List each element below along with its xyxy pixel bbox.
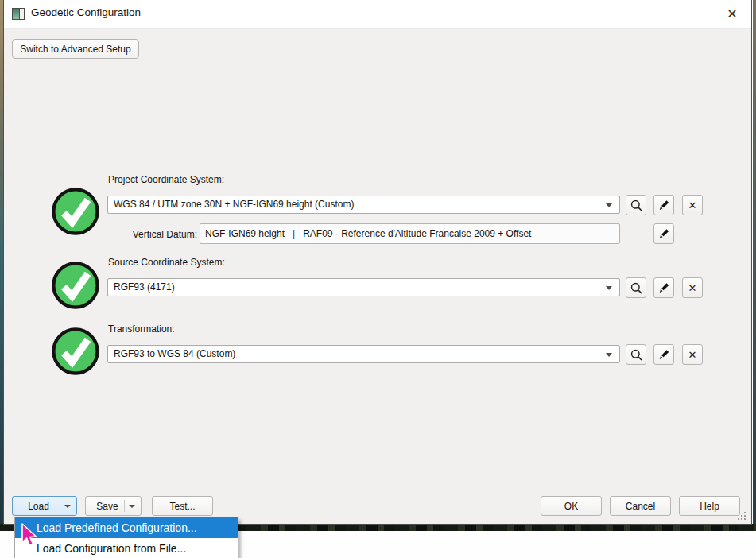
pen-icon — [657, 227, 671, 241]
titlebar[interactable]: Geodetic Configuration ✕ — [4, 0, 751, 29]
vertical-datum-field: NGF-IGN69 height|RAF09 - Reference d'Alt… — [200, 223, 620, 244]
vertical-datum-primary: NGF-IGN69 height — [205, 228, 285, 239]
load-button[interactable]: Load — [12, 496, 77, 516]
chevron-down-icon — [606, 286, 612, 290]
pen-icon — [657, 281, 671, 295]
mouse-cursor-icon — [21, 523, 40, 548]
transformation-search-button[interactable] — [626, 344, 646, 365]
menu-item-load-configuration-from-file[interactable]: Load Configuration from File... — [15, 538, 238, 558]
project-crs-label: Project Coordinate System: — [108, 174, 224, 185]
search-icon — [630, 281, 643, 295]
source-crs-status-valid-icon — [51, 261, 100, 310]
transformation-combobox[interactable]: RGF93 to WGS 84 (Custom) — [107, 345, 620, 363]
project-crs-combobox[interactable]: WGS 84 / UTM zone 30N + NGF-IGN69 height… — [107, 196, 620, 214]
transformation-clear-button[interactable]: ✕ — [682, 344, 703, 365]
close-x-icon: ✕ — [688, 283, 697, 293]
resize-grip[interactable] — [736, 510, 747, 521]
source-crs-search-button[interactable] — [626, 277, 646, 298]
source-crs-clear-button[interactable]: ✕ — [682, 277, 703, 298]
chevron-down-icon — [129, 505, 135, 508]
close-x-icon: ✕ — [688, 350, 697, 360]
button-separator — [60, 500, 60, 512]
chevron-down-icon — [606, 203, 612, 207]
source-crs-combobox[interactable]: RGF93 (4171) — [107, 278, 620, 296]
transformation-label: Transformation: — [108, 324, 175, 335]
search-icon — [630, 348, 643, 362]
ok-button[interactable]: OK — [541, 496, 602, 516]
geodetic-configuration-dialog: Geodetic Configuration ✕ Switch to Advan… — [3, 0, 752, 525]
test-button[interactable]: Test... — [152, 496, 213, 516]
project-crs-search-button[interactable] — [626, 195, 646, 215]
load-dropdown-menu: Load Predefined Configuration... Load Co… — [14, 517, 238, 558]
app-icon — [12, 8, 25, 20]
transformation-status-valid-icon — [51, 327, 100, 376]
chevron-down-icon — [606, 353, 612, 357]
source-crs-label: Source Coordinate System: — [108, 257, 225, 268]
source-crs-edit-button[interactable] — [653, 277, 674, 298]
source-crs-value: RGF93 (4171) — [114, 281, 175, 293]
close-icon[interactable]: ✕ — [723, 5, 742, 24]
project-crs-clear-button[interactable]: ✕ — [682, 195, 703, 215]
dialog-title: Geodetic Configuration — [31, 6, 141, 18]
project-crs-status-valid-icon — [51, 187, 100, 236]
project-crs-edit-button[interactable] — [653, 195, 674, 215]
pen-icon — [657, 347, 671, 362]
save-button[interactable]: Save — [85, 496, 142, 516]
vertical-datum-secondary: RAF09 - Reference d'Altitude Francaise 2… — [303, 228, 531, 239]
vertical-datum-separator: | — [293, 224, 295, 243]
search-icon — [630, 199, 643, 212]
save-button-label: Save — [86, 501, 124, 512]
transformation-edit-button[interactable] — [653, 344, 674, 365]
project-crs-value: WGS 84 / UTM zone 30N + NGF-IGN69 height… — [114, 199, 354, 210]
chevron-down-icon — [64, 505, 71, 508]
vertical-datum-label: Vertical Datum: — [108, 229, 197, 240]
menu-item-load-predefined-configuration[interactable]: Load Predefined Configuration... — [15, 517, 238, 538]
close-x-icon: ✕ — [688, 200, 697, 211]
transformation-value: RGF93 to WGS 84 (Custom) — [114, 348, 235, 359]
screenshot: Geodetic Configuration ✕ Switch to Advan… — [0, 0, 756, 558]
help-button[interactable]: Help — [679, 496, 740, 516]
cancel-button[interactable]: Cancel — [610, 496, 671, 516]
vertical-datum-edit-button[interactable] — [653, 223, 674, 244]
button-separator — [124, 500, 125, 512]
switch-to-advanced-setup-button[interactable]: Switch to Advanced Setup — [12, 39, 139, 59]
load-button-label: Load — [13, 501, 60, 512]
pen-icon — [657, 198, 671, 212]
background-window-sliver-right — [753, 0, 756, 525]
